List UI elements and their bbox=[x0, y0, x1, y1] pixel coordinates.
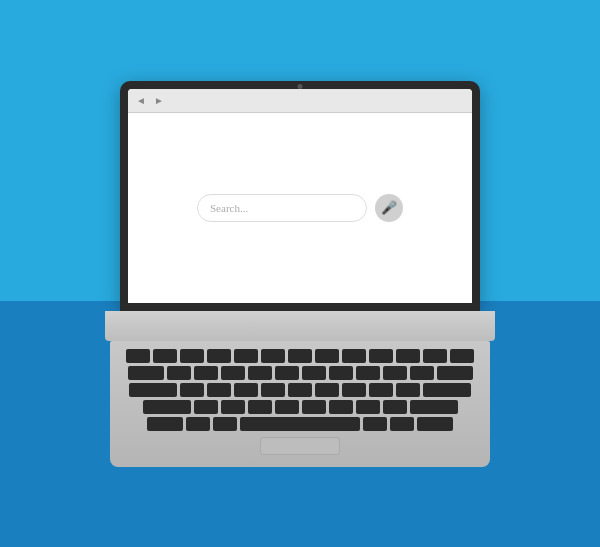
key[interactable] bbox=[288, 383, 312, 397]
search-input[interactable]: Search... bbox=[197, 194, 367, 222]
key[interactable] bbox=[383, 400, 407, 414]
microphone-icon: 🎤 bbox=[381, 200, 397, 216]
key[interactable] bbox=[315, 349, 339, 363]
alt-key[interactable] bbox=[186, 417, 210, 431]
keyboard-row-5 bbox=[120, 417, 480, 431]
touchpad-area bbox=[120, 437, 480, 455]
keyboard-row-3 bbox=[120, 383, 480, 397]
key[interactable] bbox=[275, 400, 299, 414]
key[interactable] bbox=[221, 400, 245, 414]
keyboard-row-2 bbox=[120, 366, 480, 380]
enter-key[interactable] bbox=[423, 383, 471, 397]
key[interactable] bbox=[356, 366, 380, 380]
microphone-button[interactable]: 🎤 bbox=[375, 194, 403, 222]
key[interactable] bbox=[437, 366, 473, 380]
key[interactable] bbox=[329, 366, 353, 380]
key[interactable] bbox=[261, 383, 285, 397]
key[interactable] bbox=[369, 383, 393, 397]
cmd-key-right[interactable] bbox=[363, 417, 387, 431]
forward-icon: ► bbox=[154, 95, 164, 106]
key[interactable] bbox=[126, 349, 150, 363]
key[interactable] bbox=[342, 383, 366, 397]
key[interactable] bbox=[194, 366, 218, 380]
key[interactable] bbox=[369, 349, 393, 363]
browser-content: Search... 🎤 bbox=[128, 113, 472, 303]
key[interactable] bbox=[275, 366, 299, 380]
key[interactable] bbox=[288, 349, 312, 363]
key[interactable] bbox=[329, 400, 353, 414]
cmd-key[interactable] bbox=[213, 417, 237, 431]
touchpad[interactable] bbox=[260, 437, 340, 455]
keyboard-area bbox=[110, 341, 490, 467]
key[interactable] bbox=[383, 366, 407, 380]
key[interactable] bbox=[302, 400, 326, 414]
keyboard-row-1 bbox=[120, 349, 480, 363]
key[interactable] bbox=[423, 349, 447, 363]
laptop-hinge bbox=[105, 311, 495, 341]
key[interactable] bbox=[261, 349, 285, 363]
laptop-lid: ◄ ► Search... 🎤 bbox=[120, 81, 480, 311]
key[interactable] bbox=[153, 349, 177, 363]
key[interactable] bbox=[128, 366, 164, 380]
webcam bbox=[298, 84, 303, 89]
key[interactable] bbox=[396, 349, 420, 363]
key[interactable] bbox=[342, 349, 366, 363]
key[interactable] bbox=[180, 349, 204, 363]
search-placeholder: Search... bbox=[210, 202, 248, 214]
forward-button[interactable]: ► bbox=[152, 93, 166, 107]
key[interactable] bbox=[234, 349, 258, 363]
shift-key-left[interactable] bbox=[143, 400, 191, 414]
laptop-scene: ◄ ► Search... 🎤 bbox=[90, 44, 510, 504]
search-bar-container: Search... 🎤 bbox=[197, 194, 403, 222]
ctrl-key[interactable] bbox=[147, 417, 183, 431]
key[interactable] bbox=[207, 349, 231, 363]
key[interactable] bbox=[221, 366, 245, 380]
key[interactable] bbox=[356, 400, 380, 414]
space-key[interactable] bbox=[240, 417, 360, 431]
shift-key-right[interactable] bbox=[410, 400, 458, 414]
key[interactable] bbox=[167, 366, 191, 380]
key[interactable] bbox=[410, 366, 434, 380]
browser-window: ◄ ► Search... 🎤 bbox=[128, 89, 472, 303]
key[interactable] bbox=[302, 366, 326, 380]
back-icon: ◄ bbox=[136, 95, 146, 106]
ctrl-key-right[interactable] bbox=[417, 417, 453, 431]
keyboard-row-4 bbox=[120, 400, 480, 414]
key[interactable] bbox=[129, 383, 177, 397]
browser-toolbar: ◄ ► bbox=[128, 89, 472, 113]
back-button[interactable]: ◄ bbox=[134, 93, 148, 107]
key[interactable] bbox=[194, 400, 218, 414]
key[interactable] bbox=[207, 383, 231, 397]
key[interactable] bbox=[180, 383, 204, 397]
key[interactable] bbox=[248, 366, 272, 380]
key[interactable] bbox=[396, 383, 420, 397]
key[interactable] bbox=[450, 349, 474, 363]
key[interactable] bbox=[234, 383, 258, 397]
key[interactable] bbox=[315, 383, 339, 397]
alt-key-right[interactable] bbox=[390, 417, 414, 431]
key[interactable] bbox=[248, 400, 272, 414]
